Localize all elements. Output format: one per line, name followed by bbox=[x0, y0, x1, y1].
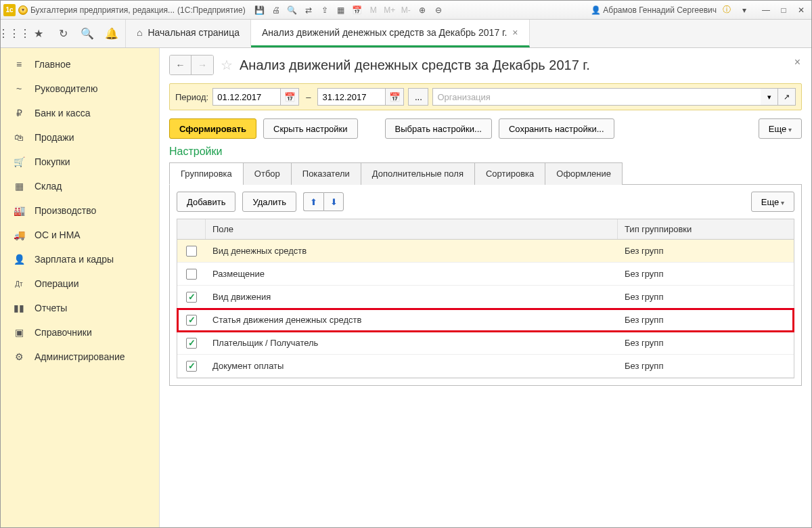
organization-dropdown-icon[interactable]: ▾ bbox=[761, 88, 778, 106]
calendar-icon[interactable]: 📅 bbox=[350, 3, 365, 17]
organization-field: ▾ ↗ bbox=[432, 88, 796, 106]
m-icon[interactable]: M bbox=[366, 3, 381, 17]
user-icon: 👤 bbox=[591, 5, 601, 15]
row-checkbox[interactable] bbox=[186, 246, 197, 257]
tab-filter[interactable]: Отбор bbox=[243, 162, 292, 185]
preview-icon[interactable]: 🔍 bbox=[285, 3, 300, 17]
settings-tabs: Группировка Отбор Показатели Дополнитель… bbox=[169, 162, 802, 185]
favorites-star-icon[interactable]: ★ bbox=[30, 26, 47, 42]
sidebar-item-main[interactable]: ≡Главное bbox=[1, 52, 159, 76]
tab-report[interactable]: Анализ движений денежных средств за Дека… bbox=[251, 20, 530, 47]
close-page-button[interactable]: × bbox=[794, 56, 800, 68]
history-nav: ← → bbox=[169, 55, 214, 75]
apps-grid-icon[interactable]: ⋮⋮⋮ bbox=[6, 26, 22, 42]
current-user[interactable]: 👤 Абрамов Геннадий Сергеевич bbox=[591, 5, 717, 15]
grid-more-button[interactable]: Еще bbox=[751, 192, 794, 212]
grid-header: Поле Тип группировки bbox=[177, 219, 794, 240]
zoom-in-icon[interactable]: ⊕ bbox=[415, 3, 430, 17]
stack-icon: ▣ bbox=[13, 327, 25, 338]
choose-settings-button[interactable]: Выбрать настройки... bbox=[385, 118, 492, 139]
info-dropdown-icon[interactable]: ▾ bbox=[737, 3, 752, 17]
add-row-button[interactable]: Добавить bbox=[177, 192, 235, 212]
sidebar-item-production[interactable]: 🏭Производство bbox=[1, 198, 159, 223]
settings-section-title: Настройки bbox=[169, 146, 802, 158]
grid-row[interactable]: ✓Статья движения денежных средствБез гру… bbox=[177, 309, 794, 332]
sidebar-item-assets[interactable]: 🚚ОС и НМА bbox=[1, 223, 159, 247]
favorite-star-icon[interactable]: ☆ bbox=[221, 57, 233, 73]
hide-settings-button[interactable]: Скрыть настройки bbox=[263, 118, 358, 139]
sidebar-item-purchases[interactable]: 🛒Покупки bbox=[1, 150, 159, 174]
row-checkbox[interactable]: ✓ bbox=[186, 338, 197, 349]
sidebar-item-catalogs[interactable]: ▣Справочники bbox=[1, 320, 159, 345]
move-down-button[interactable]: ⬇ bbox=[323, 192, 344, 211]
print-icon[interactable]: 🖨 bbox=[269, 3, 284, 17]
row-checkbox[interactable] bbox=[186, 269, 197, 280]
tab-indicators[interactable]: Показатели bbox=[291, 162, 361, 185]
date-to-calendar-icon[interactable]: 📅 bbox=[385, 88, 404, 106]
date-to-input[interactable] bbox=[317, 88, 385, 106]
sidebar-item-warehouse[interactable]: ▦Склад bbox=[1, 174, 159, 198]
sidebar-item-sales[interactable]: 🛍Продажи bbox=[1, 125, 159, 150]
sidebar-item-operations[interactable]: ДтОперации bbox=[1, 271, 159, 296]
move-arrows: ⬆ ⬇ bbox=[303, 192, 344, 211]
organization-input[interactable] bbox=[432, 88, 761, 106]
app-menu-dropdown-icon[interactable]: ▾ bbox=[18, 5, 28, 15]
minimize-button[interactable]: — bbox=[759, 3, 773, 17]
navigation-bar: ⋮⋮⋮ ★ ↻ 🔍 🔔 ⌂ Начальная страница Анализ … bbox=[1, 20, 811, 48]
sidebar-item-reports[interactable]: ▮▮Отчеты bbox=[1, 296, 159, 320]
tab-home[interactable]: ⌂ Начальная страница bbox=[126, 20, 251, 47]
maximize-button[interactable]: □ bbox=[776, 3, 791, 17]
generate-button[interactable]: Сформировать bbox=[169, 118, 256, 139]
sidebar-item-manager[interactable]: ~Руководителю bbox=[1, 76, 159, 101]
export-icon[interactable]: ⇪ bbox=[317, 3, 332, 17]
grid-row[interactable]: РазмещениеБез групп bbox=[177, 263, 794, 286]
search-icon[interactable]: 🔍 bbox=[79, 26, 95, 42]
sidebar-item-bank[interactable]: ₽Банк и касса bbox=[1, 101, 159, 125]
close-tab-icon[interactable]: × bbox=[512, 27, 518, 38]
info-icon[interactable]: ⓘ bbox=[719, 3, 734, 17]
m-minus-icon[interactable]: M- bbox=[399, 3, 413, 17]
compare-icon[interactable]: ⇄ bbox=[301, 3, 316, 17]
ruble-icon: ₽ bbox=[13, 108, 25, 118]
boxes-icon: ▦ bbox=[13, 181, 25, 192]
tab-extra-fields[interactable]: Дополнительные поля bbox=[361, 162, 475, 185]
row-type: Без групп bbox=[618, 357, 794, 375]
notifications-bell-icon[interactable]: 🔔 bbox=[104, 26, 120, 42]
app-suffix: (1С:Предприятие) bbox=[177, 5, 246, 15]
period-filter-bar: Период: 📅 – 📅 ... ▾ ↗ bbox=[169, 83, 802, 110]
period-picker-button[interactable]: ... bbox=[408, 88, 428, 106]
date-from-input[interactable] bbox=[212, 88, 280, 106]
history-icon[interactable]: ↻ bbox=[55, 26, 71, 42]
forward-button[interactable]: → bbox=[191, 56, 213, 74]
tab-design[interactable]: Оформление bbox=[545, 162, 623, 185]
save-settings-button[interactable]: Сохранить настройки... bbox=[499, 118, 614, 139]
app-logo-icon: 1c bbox=[3, 4, 16, 16]
grid-row[interactable]: ✓Вид движенияБез групп bbox=[177, 286, 794, 309]
back-button[interactable]: ← bbox=[170, 56, 191, 74]
row-field: Вид движения bbox=[206, 288, 618, 306]
tab-grouping[interactable]: Группировка bbox=[169, 162, 244, 185]
home-icon: ⌂ bbox=[137, 27, 142, 38]
calculator-icon[interactable]: ▦ bbox=[334, 3, 348, 17]
date-from-calendar-icon[interactable]: 📅 bbox=[280, 88, 299, 106]
close-window-button[interactable]: ✕ bbox=[794, 3, 809, 17]
row-checkbox[interactable]: ✓ bbox=[186, 315, 197, 326]
more-actions-button[interactable]: Еще bbox=[759, 118, 802, 139]
action-bar: Сформировать Скрыть настройки Выбрать на… bbox=[169, 118, 802, 139]
zoom-out-icon[interactable]: ⊖ bbox=[431, 3, 446, 17]
move-up-button[interactable]: ⬆ bbox=[303, 192, 323, 211]
grid-row[interactable]: ✓Документ оплатыБез групп bbox=[177, 355, 794, 378]
sidebar-item-admin[interactable]: ⚙Администрирование bbox=[1, 345, 159, 369]
sidebar-item-salary[interactable]: 👤Зарплата и кадры bbox=[1, 247, 159, 271]
m-plus-icon[interactable]: M+ bbox=[382, 3, 397, 17]
tab-sort[interactable]: Сортировка bbox=[474, 162, 545, 185]
organization-open-icon[interactable]: ↗ bbox=[778, 88, 796, 106]
row-checkbox[interactable]: ✓ bbox=[186, 292, 197, 303]
section-sidebar: ≡Главное ~Руководителю ₽Банк и касса 🛍Пр… bbox=[1, 48, 160, 528]
row-checkbox[interactable]: ✓ bbox=[186, 361, 197, 372]
save-icon[interactable]: 💾 bbox=[252, 3, 267, 17]
row-field: Документ оплаты bbox=[206, 357, 618, 375]
grid-row[interactable]: Вид денежных средствБез групп bbox=[177, 240, 794, 263]
delete-row-button[interactable]: Удалить bbox=[242, 192, 296, 212]
grid-row[interactable]: ✓Плательщик / ПолучательБез групп bbox=[177, 332, 794, 355]
